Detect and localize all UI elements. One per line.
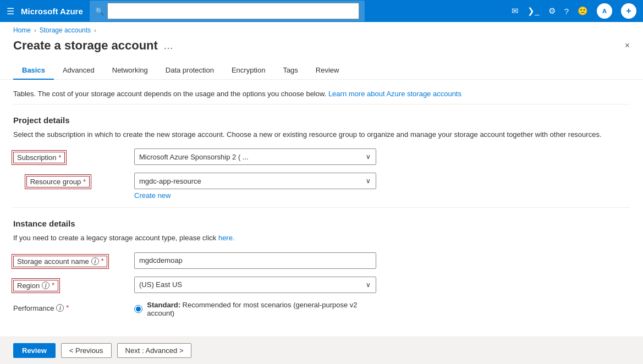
tab-review[interactable]: Review — [307, 62, 348, 80]
topbar: ☰ Microsoft Azure 🔍 ✉ ❯_ ⚙ ? 🙁 A + — [0, 0, 643, 22]
add-icon[interactable]: + — [621, 3, 636, 19]
performance-label: Performance i * — [13, 304, 134, 312]
help-icon[interactable]: ? — [564, 7, 569, 16]
brand-logo: Microsoft Azure — [21, 7, 83, 16]
cloud-shell-icon[interactable]: ❯_ — [527, 6, 539, 16]
search-icon: 🔍 — [95, 7, 104, 15]
subscription-label-box: Subscription * — [13, 152, 65, 163]
region-required: * — [52, 282, 54, 289]
subscription-row: Subscription * Microsoft Azure Sponsorsh… — [13, 148, 630, 165]
tab-advanced[interactable]: Advanced — [54, 62, 103, 80]
performance-standard-radio[interactable] — [134, 305, 142, 313]
page-title-bar: Create a storage account … × — [0, 36, 643, 62]
avatar[interactable]: A — [597, 3, 612, 19]
tabs-bar: Basics Advanced Networking Data protecti… — [0, 62, 643, 80]
resource-group-row: Resource group * mgdc-app-resource Creat… — [13, 173, 630, 200]
page-menu-icon[interactable]: … — [163, 40, 173, 52]
subscription-select[interactable]: Microsoft Azure Sponsorship 2 ( ... — [134, 148, 376, 165]
storage-account-name-input[interactable] — [134, 252, 376, 269]
divider-1 — [13, 104, 630, 104]
resource-group-required: * — [83, 178, 86, 186]
region-label: Region i * — [17, 282, 54, 290]
settings-icon[interactable]: ⚙ — [548, 6, 556, 16]
breadcrumb-sep-2: › — [94, 27, 96, 34]
notifications-icon[interactable]: ✉ — [512, 6, 519, 16]
region-info-icon[interactable]: i — [42, 282, 50, 289]
storage-account-name-required: * — [101, 257, 104, 265]
storage-account-name-label-box: Storage account name i * — [13, 256, 107, 267]
resource-group-select-wrapper: mgdc-app-resource — [134, 173, 376, 189]
breadcrumb-storage[interactable]: Storage accounts — [40, 26, 91, 34]
create-new-link[interactable]: Create new — [134, 191, 171, 200]
resource-group-label-col: Resource group * — [13, 173, 134, 187]
tab-tags[interactable]: Tags — [274, 62, 306, 80]
storage-account-name-info-icon[interactable]: i — [91, 257, 99, 265]
search-bar: 🔍 — [90, 1, 365, 21]
project-details-title: Project details — [13, 115, 630, 125]
close-icon[interactable]: × — [625, 41, 630, 51]
tab-basics[interactable]: Basics — [13, 62, 54, 80]
breadcrumb: Home › Storage accounts › — [0, 22, 643, 36]
resource-group-control: mgdc-app-resource Create new — [134, 173, 376, 200]
performance-info-icon[interactable]: i — [56, 304, 64, 312]
subscription-select-wrapper: Microsoft Azure Sponsorship 2 ( ... — [134, 148, 376, 165]
feedback-icon[interactable]: 🙁 — [578, 6, 588, 16]
subscription-label-col: Subscription * — [13, 148, 134, 163]
hamburger-icon[interactable]: ☰ — [7, 6, 14, 16]
tab-networking[interactable]: Networking — [103, 62, 157, 80]
region-label-box: Region i * — [13, 280, 58, 291]
content-area: Tables. The cost of your storage account… — [0, 80, 643, 341]
performance-label-col: Performance i * — [13, 301, 134, 312]
page-title: Create a storage account — [13, 38, 158, 53]
divider-2 — [13, 207, 630, 208]
topbar-icons: ✉ ❯_ ⚙ ? 🙁 A + — [512, 3, 636, 19]
tab-encryption[interactable]: Encryption — [223, 62, 274, 80]
instance-details-desc: If you need to create a legacy storage a… — [13, 233, 630, 244]
here-link[interactable]: here. — [218, 234, 235, 242]
subscription-required: * — [59, 154, 62, 162]
scroll-area: Tables. The cost of your storage account… — [0, 80, 643, 341]
resource-group-label-box: Resource group * — [26, 176, 90, 187]
performance-standard-row: Standard: Recommended for most scenarios… — [134, 301, 376, 317]
storage-account-name-control — [134, 252, 376, 269]
info-text: Tables. The cost of your storage account… — [13, 89, 630, 100]
search-input[interactable] — [107, 3, 359, 19]
region-label-col: Region i * — [13, 277, 134, 291]
performance-standard-label: Standard: Recommended for most scenarios… — [147, 301, 376, 317]
region-select-wrapper: (US) East US — [134, 277, 376, 293]
resource-group-label: Resource group * — [30, 178, 86, 186]
instance-details-section: Instance details If you need to create a… — [13, 219, 630, 321]
storage-account-name-label-col: Storage account name i * — [13, 252, 134, 267]
instance-details-title: Instance details — [13, 219, 630, 228]
region-select[interactable]: (US) East US — [134, 277, 376, 293]
performance-required: * — [66, 304, 69, 312]
region-row: Region i * (US) East US — [13, 277, 630, 293]
bottom-bar: Review < Previous Next : Advanced > — [0, 337, 643, 341]
subscription-control: Microsoft Azure Sponsorship 2 ( ... — [134, 148, 376, 165]
storage-account-name-label: Storage account name i * — [17, 257, 103, 266]
region-control: (US) East US — [134, 277, 376, 293]
project-details-section: Project details Select the subscription … — [13, 115, 630, 200]
breadcrumb-home[interactable]: Home — [13, 26, 31, 34]
performance-row: Performance i * Standard: Recommended fo… — [13, 301, 630, 321]
learn-more-link[interactable]: Learn more about Azure storage accounts — [328, 90, 461, 98]
project-details-desc: Select the subscription in which to crea… — [13, 129, 630, 140]
breadcrumb-sep-1: › — [34, 27, 36, 34]
subscription-label: Subscription * — [17, 153, 61, 162]
storage-account-name-row: Storage account name i * — [13, 252, 630, 269]
resource-group-select[interactable]: mgdc-app-resource — [134, 173, 376, 189]
performance-control: Standard: Recommended for most scenarios… — [134, 301, 376, 321]
tab-data-protection[interactable]: Data protection — [157, 62, 223, 80]
